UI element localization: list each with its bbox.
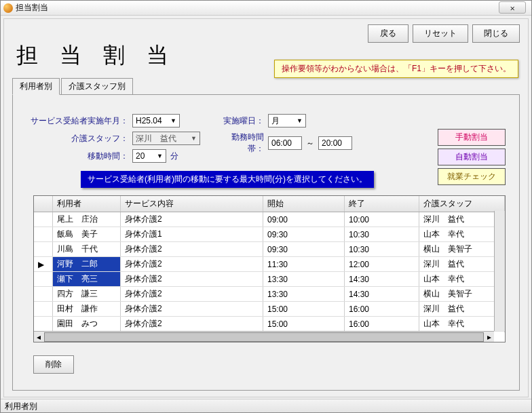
- cell-user: 尾上 庄治: [53, 212, 121, 227]
- action-box: 手動割当 自動割当 就業チェック: [438, 129, 506, 185]
- window-close-button[interactable]: ⨉: [499, 1, 526, 14]
- manual-assign-button[interactable]: 手動割当: [438, 129, 506, 146]
- title-bar: 担当割当 ⨉: [1, 1, 531, 16]
- table-row[interactable]: 田村 謙作身体介護215:0016:00深川 益代: [34, 302, 505, 317]
- cell-end: 10:30: [345, 227, 419, 241]
- auto-assign-button[interactable]: 自動割当: [438, 149, 506, 165]
- cell-start: 09:00: [263, 212, 345, 227]
- row-marker: [34, 272, 53, 286]
- col-start[interactable]: 開始: [263, 196, 345, 212]
- horizontal-scrollbar[interactable]: ◂ ▸: [34, 331, 494, 342]
- cell-staff: 深川 益代: [419, 257, 505, 271]
- tab-by-user[interactable]: 利用者別: [12, 78, 60, 95]
- page-title: 担 当 割 当: [16, 41, 176, 71]
- cell-user: 河野 二郎: [53, 257, 121, 271]
- grid-body[interactable]: 尾上 庄治身体介護209:0010:00深川 益代飯島 美子身体介護109:30…: [34, 212, 505, 332]
- cell-service: 身体介護2: [121, 242, 263, 256]
- service-month-value: H25.04: [136, 116, 162, 125]
- col-service[interactable]: サービス内容: [121, 196, 263, 212]
- cell-end: 16:00: [345, 302, 419, 316]
- cell-staff: 深川 益代: [419, 302, 505, 316]
- table-row[interactable]: ▶河野 二郎身体介護211:3012:00深川 益代: [34, 257, 505, 272]
- window-title: 担当割当: [16, 2, 529, 14]
- cell-staff: 山本 幸代: [419, 227, 505, 241]
- table-row[interactable]: 四方 謙三身体介護213:3014:30横山 美智子: [34, 287, 505, 302]
- scroll-thumb[interactable]: [44, 332, 484, 342]
- tab-container: 利用者別 介護スタッフ別 サービス受給者実施年月： H25.04 ▼ 実施曜日：…: [12, 77, 520, 389]
- vertical-scrollbar[interactable]: [494, 211, 505, 331]
- grid-header: 利用者 サービス内容 開始 終了 介護スタッフ: [34, 196, 505, 212]
- chevron-down-icon: ▼: [191, 135, 197, 142]
- top-button-row: 戻る リセット 閉じる: [368, 24, 520, 43]
- weekday-combo[interactable]: 月 ▼: [268, 114, 306, 127]
- table-row[interactable]: 川島 千代身体介護209:3010:30横山 美智子: [34, 242, 505, 257]
- cell-start: 11:30: [263, 257, 345, 271]
- tab-panel: サービス受給者実施年月： H25.04 ▼ 実施曜日： 月 ▼ 介護スタッフ：: [12, 94, 520, 391]
- row-marker: [34, 227, 53, 241]
- travel-time-label: 移動時間：: [26, 151, 128, 162]
- col-staff[interactable]: 介護スタッフ: [419, 196, 505, 212]
- cell-start: 15:00: [263, 302, 345, 316]
- work-check-button[interactable]: 就業チェック: [438, 168, 506, 185]
- close-button[interactable]: 閉じる: [472, 24, 520, 43]
- cell-staff: 山本 幸代: [419, 317, 505, 331]
- cell-user: 飯島 美子: [53, 227, 121, 241]
- table-row[interactable]: 尾上 庄治身体介護209:0010:00深川 益代: [34, 212, 505, 227]
- cell-end: 10:30: [345, 242, 419, 256]
- cell-end: 10:00: [345, 212, 419, 227]
- table-row[interactable]: 園田 みつ身体介護215:0016:00山本 幸代: [34, 317, 505, 332]
- cell-service: 身体介護2: [121, 302, 263, 316]
- row-marker: [34, 212, 53, 227]
- app-window: 担当割当 ⨉ 戻る リセット 閉じる 担 当 割 当 操作要領等がわからない場合…: [0, 0, 532, 413]
- weekday-label: 実施曜日：: [216, 115, 264, 127]
- assignment-grid: 利用者 サービス内容 開始 終了 介護スタッフ 尾上 庄治身体介護209:001…: [33, 195, 506, 342]
- scroll-right-icon[interactable]: ▸: [484, 332, 494, 342]
- back-button[interactable]: 戻る: [368, 24, 408, 43]
- cell-start: 15:00: [263, 317, 345, 331]
- staff-label: 介護スタッフ：: [26, 133, 128, 144]
- cell-user: 川島 千代: [53, 242, 121, 256]
- chevron-down-icon: ▼: [170, 117, 176, 124]
- cell-service: 身体介護2: [121, 272, 263, 286]
- cell-start: 09:30: [263, 227, 345, 241]
- cell-service: 身体介護2: [121, 287, 263, 301]
- travel-time-combo[interactable]: 20 ▼: [132, 149, 166, 163]
- cell-user: 田村 謙作: [53, 302, 121, 316]
- cell-staff: 横山 美智子: [419, 242, 505, 256]
- cell-staff: 深川 益代: [419, 212, 505, 227]
- col-end[interactable]: 終了: [345, 196, 419, 212]
- app-icon: [3, 3, 13, 13]
- staff-value: 深川 益代: [136, 133, 176, 144]
- delete-button[interactable]: 削除: [33, 355, 74, 374]
- col-mark: [34, 196, 53, 212]
- cell-start: 09:30: [263, 242, 345, 256]
- help-banner: 操作要領等がわからない場合は、「F1」キーを押して下さい。: [274, 60, 518, 78]
- weekday-value: 月: [271, 115, 280, 127]
- content-area: 戻る リセット 閉じる 担 当 割 当 操作要領等がわからない場合は、「F1」キ…: [3, 18, 529, 397]
- tab-by-staff[interactable]: 介護スタッフ別: [61, 78, 133, 95]
- cell-service: 身体介護2: [121, 212, 263, 227]
- table-row[interactable]: 瀬下 亮三身体介護213:3014:30山本 幸代: [34, 272, 505, 287]
- cell-start: 13:30: [263, 287, 345, 301]
- row-marker: [34, 287, 53, 301]
- cell-user: 園田 みつ: [53, 317, 121, 331]
- status-bar: 利用者別: [1, 399, 531, 412]
- table-row[interactable]: 飯島 美子身体介護109:3010:30山本 幸代: [34, 227, 505, 242]
- row-marker: [34, 242, 53, 256]
- cell-staff: 山本 幸代: [419, 272, 505, 286]
- col-user[interactable]: 利用者: [53, 196, 121, 212]
- row-marker: [34, 302, 53, 316]
- cell-service: 身体介護2: [121, 317, 263, 331]
- worktime-from-input[interactable]: 06:00: [268, 136, 302, 150]
- cell-end: 14:30: [345, 287, 419, 301]
- scroll-left-icon[interactable]: ◂: [34, 332, 43, 342]
- chevron-down-icon: ▼: [297, 117, 303, 124]
- staff-combo: 深川 益代 ▼: [132, 132, 200, 145]
- cell-end: 16:00: [345, 317, 419, 331]
- reset-button[interactable]: リセット: [413, 24, 468, 43]
- service-month-combo[interactable]: H25.04 ▼: [132, 114, 180, 127]
- cell-user: 四方 謙三: [53, 287, 121, 301]
- worktime-to-input[interactable]: 20:00: [318, 136, 352, 150]
- tab-strip: 利用者別 介護スタッフ別: [12, 77, 520, 94]
- cell-service: 身体介護1: [121, 227, 263, 241]
